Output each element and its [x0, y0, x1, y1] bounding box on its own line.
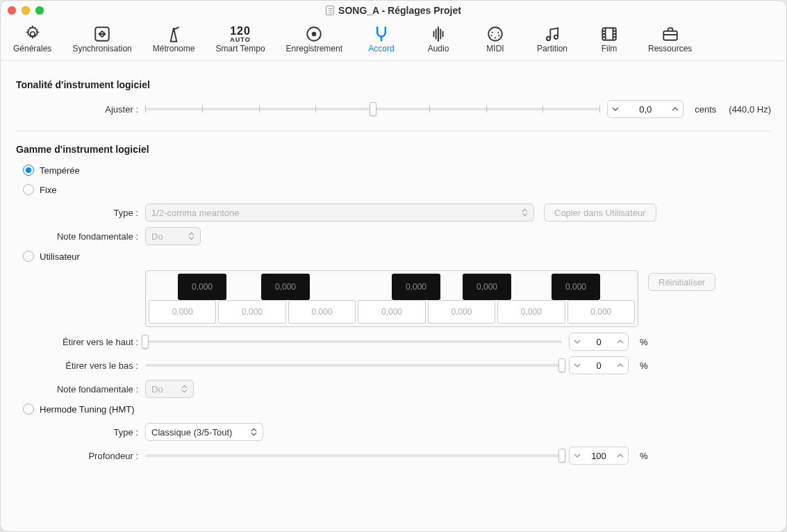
tab-score[interactable]: Partition: [530, 23, 574, 56]
type-label: Type :: [16, 208, 145, 218]
tab-recording[interactable]: Enregistrement: [282, 23, 347, 56]
radio-hmt-label: Hermode Tuning (HMT): [40, 404, 135, 415]
root2-value: Do: [151, 384, 163, 394]
stretch-up-value: 0: [582, 337, 615, 347]
depth-slider[interactable]: [145, 449, 562, 463]
document-icon: [326, 6, 334, 15]
gear-icon: [23, 26, 42, 42]
chevron-up-icon[interactable]: [615, 362, 625, 369]
metronome-icon: [164, 26, 183, 42]
radio-user[interactable]: [23, 251, 34, 262]
svg-point-3: [312, 32, 317, 37]
svg-point-7: [490, 35, 492, 36]
tab-assets[interactable]: Ressources: [644, 23, 696, 56]
tab-smart-tempo[interactable]: 120 AUTO Smart Tempo: [211, 23, 269, 56]
type-value: 1/2-comma meantone: [151, 208, 239, 218]
radio-tempered[interactable]: [23, 165, 34, 176]
svg-point-8: [498, 35, 499, 36]
percent-unit: %: [640, 360, 648, 371]
tab-midi[interactable]: MIDI: [473, 23, 517, 56]
tab-label: Métronome: [153, 44, 195, 53]
tab-label: Synchronisation: [72, 44, 131, 53]
white-key[interactable]: 0,000: [568, 300, 635, 324]
white-key[interactable]: 0,000: [497, 300, 565, 324]
svg-point-4: [488, 27, 502, 41]
adjust-value: 0,0: [620, 104, 670, 115]
svg-point-0: [30, 32, 35, 37]
chevron-up-icon[interactable]: [615, 452, 625, 459]
adjust-label: Ajuster :: [16, 104, 145, 115]
white-key[interactable]: 0,000: [288, 300, 356, 324]
white-key[interactable]: 0,000: [358, 300, 425, 324]
film-icon: [599, 26, 619, 42]
root-select[interactable]: Do: [145, 227, 201, 245]
window-title-text: SONG_A - Réglages Projet: [338, 5, 461, 16]
svg-point-5: [492, 32, 493, 33]
chevron-up-icon[interactable]: [615, 338, 625, 345]
black-key[interactable]: 0,000: [463, 274, 511, 300]
chevron-down-icon[interactable]: [611, 106, 620, 113]
tab-label: Générales: [13, 44, 51, 53]
tab-label: Partition: [537, 44, 568, 53]
tab-label: MIDI: [486, 44, 504, 53]
black-key[interactable]: 0,000: [552, 274, 600, 300]
briefcase-icon: [661, 26, 680, 42]
section-header-tonality: Tonalité d'instrument logiciel: [16, 79, 771, 90]
black-key[interactable]: 0,000: [392, 274, 440, 300]
updown-icon: [522, 208, 528, 217]
hmt-type-select[interactable]: Classique (3/5-Tout): [145, 423, 263, 441]
tab-audio[interactable]: Audio: [416, 23, 461, 56]
white-key[interactable]: 0,000: [428, 300, 495, 324]
tab-metronome[interactable]: Métronome: [149, 23, 199, 56]
tab-label: Accord: [368, 44, 394, 53]
depth-stepper[interactable]: 100: [569, 447, 629, 465]
stretch-up-stepper[interactable]: 0: [569, 333, 629, 351]
tab-film[interactable]: Film: [587, 23, 631, 56]
radio-hmt[interactable]: [23, 404, 34, 415]
tab-general[interactable]: Générales: [9, 23, 56, 56]
chevron-down-icon[interactable]: [572, 338, 582, 345]
stretch-down-slider[interactable]: [145, 358, 562, 372]
sync-icon: [92, 26, 112, 42]
svg-point-6: [497, 32, 499, 33]
tab-label: Smart Tempo: [215, 44, 265, 53]
stretch-down-value: 0: [582, 360, 615, 371]
divider: [16, 131, 771, 131]
window-title: SONG_A - Réglages Projet: [1, 5, 786, 16]
stretch-up-slider[interactable]: [145, 335, 562, 349]
depth-label: Profondeur :: [16, 451, 145, 461]
white-key[interactable]: 0,000: [218, 300, 285, 324]
midi-icon: [486, 26, 505, 42]
updown-icon: [188, 232, 194, 240]
notes-icon: [542, 26, 562, 42]
reset-button[interactable]: Réinitialiser: [648, 273, 715, 291]
adjust-slider[interactable]: [145, 102, 600, 116]
copy-user-button[interactable]: Copier dans Utilisateur: [544, 203, 656, 222]
black-key[interactable]: 0,000: [261, 274, 310, 300]
svg-rect-13: [663, 31, 677, 40]
tab-tuning[interactable]: Accord: [359, 23, 404, 56]
titlebar: SONG_A - Réglages Projet: [1, 1, 786, 20]
chevron-down-icon[interactable]: [572, 362, 582, 369]
hmt-type-value: Classique (3/5-Tout): [151, 427, 232, 438]
chevron-up-icon[interactable]: [670, 106, 680, 113]
tuning-keyboard[interactable]: 0,000 0,000 0,000 0,000 0,000 0,000 0,00…: [145, 270, 638, 327]
record-icon: [304, 26, 324, 42]
radio-fixed[interactable]: [23, 184, 34, 195]
radio-user-label: Utilisateur: [40, 251, 80, 262]
root2-select[interactable]: Do: [145, 380, 194, 398]
radio-fixed-label: Fixe: [40, 185, 57, 195]
root2-label: Note fondamentale :: [16, 384, 145, 394]
adjust-stepper[interactable]: 0,0: [607, 100, 684, 118]
white-key[interactable]: 0,000: [149, 300, 216, 324]
tuning-fork-icon: [372, 26, 391, 42]
hmt-type-label: Type :: [16, 427, 145, 438]
type-select[interactable]: 1/2-comma meantone: [145, 203, 534, 222]
tab-label: Film: [602, 44, 618, 53]
tab-sync[interactable]: Synchronisation: [68, 23, 135, 56]
black-key[interactable]: 0,000: [178, 274, 226, 300]
chevron-down-icon[interactable]: [572, 452, 582, 459]
adjust-unit: cents: [695, 104, 716, 115]
stretch-down-stepper[interactable]: 0: [569, 356, 629, 374]
smart-tempo-icon: 120 AUTO: [231, 26, 250, 42]
